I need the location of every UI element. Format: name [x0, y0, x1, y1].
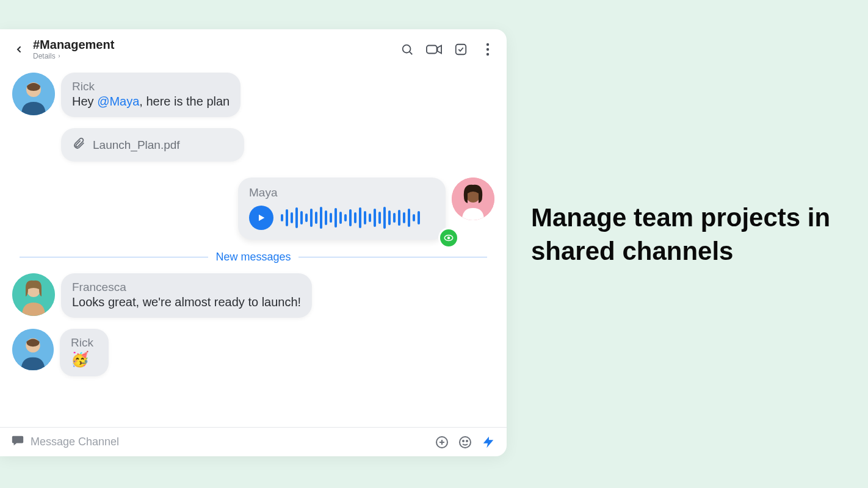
waveform[interactable] [281, 206, 420, 230]
svg-point-6 [486, 48, 489, 50]
new-messages-divider: New messages [12, 251, 494, 264]
svg-marker-12 [259, 215, 264, 221]
svg-point-23 [463, 440, 464, 442]
channel-details-label: Details [33, 52, 56, 60]
avatar[interactable] [12, 329, 54, 370]
svg-line-1 [410, 52, 412, 54]
message-bubble[interactable]: Rick Hey @Maya, here is the plan [61, 73, 241, 117]
svg-point-22 [460, 437, 471, 448]
svg-point-5 [486, 43, 489, 45]
channel-header: #Management Details [0, 29, 507, 66]
message-list: Rick Hey @Maya, here is the plan Launch_… [0, 66, 507, 427]
avatar[interactable] [452, 178, 494, 220]
play-button[interactable] [249, 206, 273, 230]
channel-details-link[interactable]: Details [33, 52, 399, 60]
message-group: Rick Hey @Maya, here is the plan Launch_… [12, 73, 494, 162]
channel-title-block: #Management Details [33, 38, 399, 60]
svg-point-0 [403, 45, 411, 52]
mention[interactable]: @Maya [97, 95, 139, 108]
message-text: Looks great, we're almost ready to launc… [72, 295, 301, 309]
voice-message-bubble[interactable]: Maya [238, 178, 446, 240]
message-row: Maya [12, 178, 494, 240]
sender-name: Francesca [72, 281, 301, 294]
svg-point-14 [447, 237, 450, 240]
add-attachment-icon[interactable] [435, 435, 449, 450]
marketing-headline: Manage team projects in shared channels [531, 201, 842, 268]
message-emoji: 🥳 [71, 351, 98, 368]
svg-point-24 [466, 440, 468, 442]
sender-name: Maya [249, 186, 435, 199]
attachment-filename: Launch_Plan.pdf [93, 138, 180, 152]
svg-marker-3 [438, 45, 442, 53]
header-actions [399, 41, 496, 57]
message-row: Rick Hey @Maya, here is the plan [12, 73, 494, 117]
chat-window: #Management Details [0, 29, 507, 456]
svg-rect-4 [456, 44, 466, 54]
message-composer: Message Channel [0, 427, 507, 456]
svg-rect-2 [427, 45, 437, 53]
svg-marker-25 [483, 436, 494, 447]
sender-name: Rick [72, 80, 230, 93]
attachment-pill[interactable]: Launch_Plan.pdf [61, 128, 244, 162]
message-text: Hey @Maya, here is the plan [72, 95, 230, 109]
message-bubble[interactable]: Francesca Looks great, we're almost read… [61, 273, 312, 318]
send-lightning-icon[interactable] [481, 435, 496, 450]
composer-input-area[interactable]: Message Channel [11, 434, 427, 450]
seen-indicator-icon [438, 228, 459, 248]
back-icon[interactable] [11, 41, 27, 57]
video-call-icon[interactable] [426, 41, 442, 57]
sender-name: Rick [71, 336, 98, 350]
channel-title: #Management [33, 38, 399, 52]
avatar[interactable] [12, 273, 55, 316]
composer-actions [435, 435, 496, 450]
chat-bubble-icon [11, 434, 24, 450]
paperclip-icon [72, 137, 85, 153]
message-bubble[interactable]: Rick 🥳 [60, 329, 109, 376]
composer-placeholder: Message Channel [31, 436, 119, 448]
emoji-picker-icon[interactable] [458, 435, 472, 450]
voice-controls [249, 206, 435, 230]
avatar[interactable] [12, 73, 55, 115]
svg-point-7 [486, 52, 489, 55]
message-row: Rick 🥳 [12, 329, 494, 376]
message-row: Francesca Looks great, we're almost read… [12, 273, 494, 318]
more-icon[interactable] [480, 41, 496, 57]
divider-label: New messages [215, 251, 291, 264]
search-icon[interactable] [399, 41, 415, 57]
tasks-icon[interactable] [453, 41, 469, 57]
